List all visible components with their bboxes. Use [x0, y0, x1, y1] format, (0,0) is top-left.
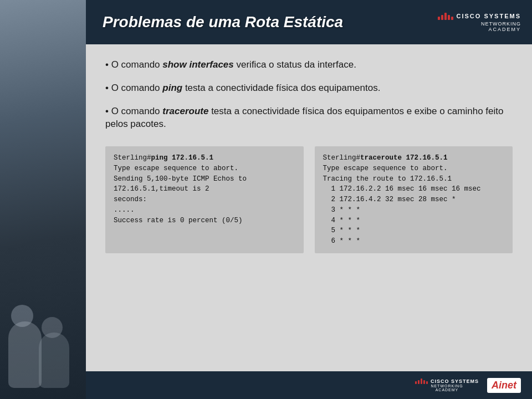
bullet-text-1: • O comando show interfaces verifica o s…: [105, 58, 356, 71]
bullet-section: • O comando show interfaces verifica o s…: [105, 58, 513, 131]
ainet-brand-text: Ainet: [492, 380, 516, 391]
content-area: • O comando show interfaces verifica o s…: [86, 44, 532, 371]
cisco-logo-area: CISCO SYSTEMS NETWORKING ACADEMY: [438, 13, 521, 32]
bullet-2-suffix: testa a conectividade física dos equipam…: [182, 83, 380, 93]
code-line-tr-5: 2 172.16.4.2 32 msec 28 msec *: [323, 195, 505, 205]
code-line-tr-6: 3 * * *: [323, 205, 505, 216]
bullet-2-command: ping: [162, 83, 182, 93]
footer-bar-1: [415, 381, 417, 384]
bullet-3-prefix: • O comando: [105, 106, 162, 116]
code-line-tr-3: Tracing the route to 172.16.5.1: [323, 174, 505, 185]
footer-academy-text: ACADEMY: [436, 388, 459, 392]
page-title: Problemas de uma Rota Estática: [103, 13, 343, 31]
footer-bar-4: [423, 380, 425, 384]
cisco-bars-icon: [438, 13, 453, 20]
code-line-ping-1: Sterling#ping 172.16.5.1: [114, 153, 295, 163]
footer-cisco-bars-icon: [415, 378, 428, 384]
code-line-tr-9: 6 * * *: [323, 236, 505, 247]
bullet-2-prefix: • O comando: [105, 83, 162, 93]
right-panel: Problemas de uma Rota Estática CISCO SYS…: [86, 0, 532, 399]
code-line-tr-1: Sterling#traceroute 172.16.5.1: [323, 153, 505, 163]
code-line-ping-3: Sending 5,100-byte ICMP Echos to 172.16.…: [114, 174, 295, 195]
cisco-logo-top: CISCO SYSTEMS: [438, 13, 521, 20]
person-silhouette-body-2: [39, 332, 69, 388]
footer-cisco-logo: CISCO SYSTEMS NETWORKING ACADEMY: [415, 378, 479, 392]
bullet-item-3: • O comando traceroute testa a conectivi…: [105, 105, 513, 131]
cisco-bar-2: [441, 15, 443, 20]
code-block-traceroute: Sterling#traceroute 172.16.5.1 Type esca…: [315, 146, 513, 253]
footer-cisco-inner: CISCO SYSTEMS: [415, 378, 479, 384]
bullet-1-suffix: verifica o status da interface.: [234, 59, 356, 70]
footer: CISCO SYSTEMS NETWORKING ACADEMY Ainet: [86, 371, 532, 399]
code-blocks-row: Sterling#ping 172.16.5.1 Type escape seq…: [105, 144, 513, 253]
code-block-ping: Sterling#ping 172.16.5.1 Type escape seq…: [105, 146, 304, 253]
bullet-text-3: • O comando traceroute testa a conectivi…: [105, 105, 513, 131]
footer-bar-2: [418, 380, 420, 384]
footer-bar-5: [426, 381, 428, 384]
code-line-tr-2: Type escape sequence to abort.: [323, 163, 505, 174]
cisco-bar-5: [451, 17, 453, 20]
bullet-item-1: • O comando show interfaces verifica o s…: [105, 58, 513, 71]
footer-networking-text: NETWORKING: [431, 384, 463, 388]
bullet-1-command: show interfaces: [162, 59, 234, 70]
main-container: Problemas de uma Rota Estática CISCO SYS…: [0, 0, 532, 399]
bullet-item-2: • O comando ping testa a conectividade f…: [105, 81, 513, 95]
code-line-ping-4: seconds:: [114, 195, 295, 205]
academy-label: ACADEMY: [488, 27, 521, 32]
header: Problemas de uma Rota Estática CISCO SYS…: [86, 0, 532, 44]
left-panel: [0, 0, 86, 399]
bullet-text-2: • O comando ping testa a conectividade f…: [105, 81, 380, 95]
cisco-brand-text: CISCO SYSTEMS: [457, 13, 521, 19]
footer-cisco-text: CISCO SYSTEMS: [431, 378, 479, 384]
cisco-bar-1: [438, 17, 440, 20]
footer-bar-3: [421, 378, 422, 384]
code-line-ping-6: Success rate is 0 percent (0/5): [114, 216, 295, 226]
person-silhouette-body-1: [8, 321, 42, 388]
code-line-tr-4: 1 172.16.2.2 16 msec 16 msec 16 msec: [323, 184, 505, 195]
code-line-tr-7: 4 * * *: [323, 216, 505, 226]
code-line-ping-5: .....: [114, 205, 295, 216]
bullet-1-prefix: • O comando: [105, 59, 162, 70]
networking-label: NETWORKING: [481, 21, 521, 27]
code-line-tr-8: 5 * * *: [323, 226, 505, 236]
cisco-bar-3: [444, 13, 447, 20]
code-line-ping-2: Type escape sequence to abort.: [114, 163, 295, 174]
bullet-3-command: traceroute: [162, 106, 208, 116]
cisco-bar-4: [448, 15, 450, 20]
footer-ainet-logo: Ainet: [487, 378, 521, 393]
